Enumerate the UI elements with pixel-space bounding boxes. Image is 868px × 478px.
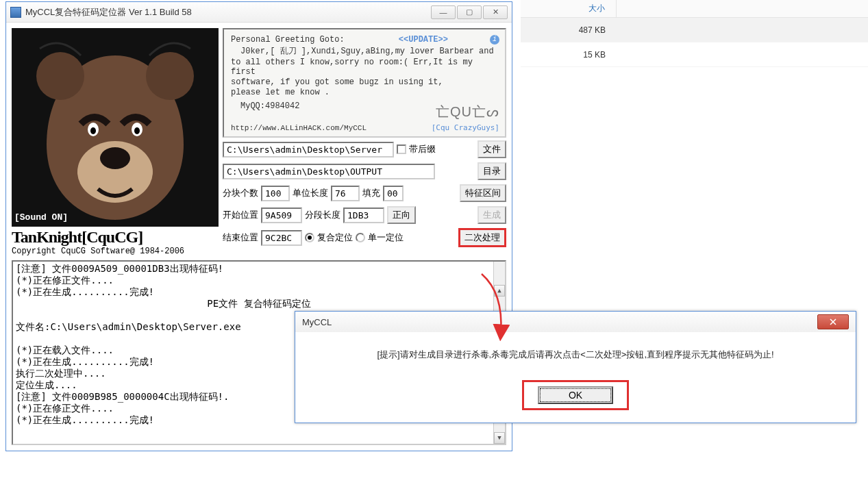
reprocess-button[interactable]: 二次处理 [458,228,506,247]
ok-highlight: OK [522,380,629,410]
block-count-input[interactable] [261,186,290,201]
unit-len-label: 单位长度 [293,187,328,199]
fill-label: 填充 [362,187,380,199]
svg-point-7 [90,127,96,134]
greeting-line: please let me know . [231,88,498,97]
single-radio[interactable] [356,233,365,242]
fill-input[interactable] [383,186,404,201]
crazy-guys-label: [Cqu CrazyGuys] [432,123,499,132]
update-link[interactable]: <<UPDATE>> [399,35,448,45]
col-size[interactable]: 大小 [521,0,617,17]
sound-on-label: [Sound ON] [14,212,68,223]
suffix-label: 带后缀 [409,143,436,155]
generate-button[interactable]: 生成 [478,206,506,224]
dir-button[interactable]: 目录 [478,162,506,180]
copyright-label: Copyright CquCG Software@ 1984-2006 [12,247,219,256]
maximize-button[interactable]: ▢ [457,5,482,19]
forward-button[interactable]: 正向 [387,206,416,224]
suffix-checkbox[interactable] [397,144,406,154]
svg-point-8 [134,127,140,134]
greeting-line: J0ker,[ 乱刀 ],Xundi,Sguy,aBing,my lover B… [231,45,498,57]
dialog-message: [提示]请对生成目录进行杀毒,杀毒完成后请再次点击<二次处理>按钮,直到程序提示… [306,349,845,361]
titlebar[interactable]: MyCCL复合特征码定位器 Ver 1.1 Build 58 — ▢ ✕ [6,2,512,23]
window-title: MyCCL复合特征码定位器 Ver 1.1 Build 58 [25,6,431,18]
file-size: 487 KB [521,25,617,35]
close-icon [830,318,836,325]
greeting-line: software, if you got some bugz in using … [231,77,498,87]
greeting-box: i Personal Greeting Goto: <<UPDATE>> J0k… [223,28,506,138]
greeting-header: Personal Greeting Goto: [231,35,345,45]
message-dialog: MyCCL [提示]请对生成目录进行杀毒,杀毒完成后请再次点击<二次处理>按钮,… [295,311,856,423]
app-icon [10,7,21,18]
single-label: 单一定位 [368,231,404,244]
svg-point-4 [100,147,130,169]
output-path-input[interactable] [223,164,435,179]
svg-point-2 [146,52,194,100]
file-list-header: 大小 [521,0,868,18]
scroll-down-icon[interactable]: ▼ [494,432,505,444]
svg-point-1 [36,52,84,100]
block-count-label: 分块个数 [223,187,258,199]
bear-panel: [Sound ON] TanKnight[CquCG] Copyright Cq… [12,28,219,256]
file-size: 15 KB [521,50,617,60]
scroll-up-icon[interactable]: ▲ [494,285,505,297]
file-row[interactable]: 15 KB [521,42,868,67]
bear-image: [Sound ON] [12,28,219,227]
info-icon[interactable]: i [490,35,499,45]
file-row[interactable]: 487 KB [521,18,868,42]
unit-len-input[interactable] [331,186,360,201]
greeting-line: to all others I know,sorry no room:( Err… [231,58,498,77]
file-path-input[interactable] [223,142,394,158]
seg-len-label: 分段长度 [305,209,340,221]
end-pos-label: 结束位置 [223,231,258,244]
dialog-titlebar[interactable]: MyCCL [295,312,856,332]
dialog-close-button[interactable] [817,314,849,329]
dialog-title: MyCCL [302,317,817,327]
close-button[interactable]: ✕ [483,5,508,19]
ok-button[interactable]: OK [538,386,613,404]
compound-label: 复合定位 [317,231,353,244]
brand-logo: 亡QU亡ᔕ [436,103,499,121]
greeting-url[interactable]: http://www.ALLinHACK.com/MyCCL [231,124,367,132]
minimize-button[interactable]: — [431,5,456,19]
file-list-panel: 大小 487 KB 15 KB [521,0,868,67]
feature-range-button[interactable]: 特征区间 [460,184,506,202]
author-credit: TanKnight[CquCG] [12,228,219,247]
end-pos-input[interactable] [261,230,302,246]
seg-len-input[interactable] [343,207,384,223]
start-pos-label: 开始位置 [223,209,258,221]
compound-radio[interactable] [305,233,314,242]
file-button[interactable]: 文件 [478,140,506,158]
start-pos-input[interactable] [261,207,302,223]
